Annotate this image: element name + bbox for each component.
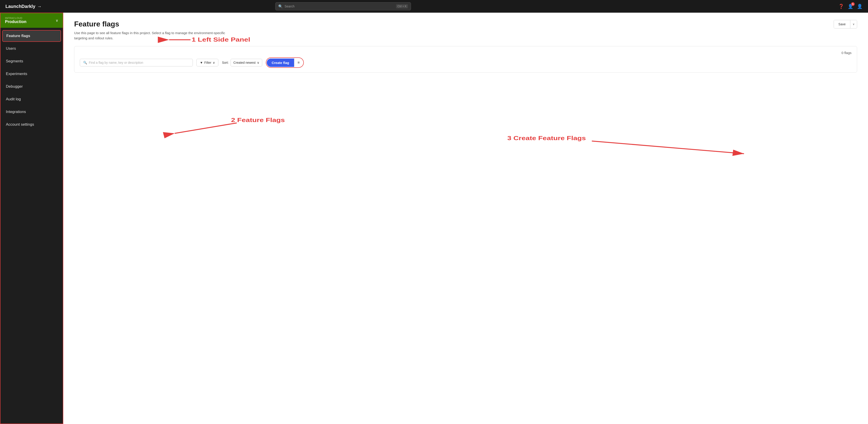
flags-toolbar: 0 flags 🔍 ▼ Filter ∨ Sort:	[74, 46, 857, 72]
main-content: Feature flags Use this page to see all f…	[63, 13, 868, 424]
sidebar-item-integrations[interactable]: Integrations	[0, 105, 63, 118]
filter-icon: ▼	[200, 61, 203, 64]
app-logo[interactable]: LaunchDarkly →	[5, 4, 60, 9]
filter-chevron-icon: ∨	[213, 61, 215, 64]
sidebar-audit-log-label: Audit log	[6, 97, 21, 101]
sort-chevron-icon: ∨	[257, 61, 259, 64]
logo-text: LaunchDarkly	[5, 4, 35, 9]
toolbar-controls: 🔍 ▼ Filter ∨ Sort: Created newest ∨	[80, 57, 851, 68]
flag-search-icon: 🔍	[83, 61, 87, 64]
sidebar-item-audit-log[interactable]: Audit log	[0, 93, 63, 105]
help-button[interactable]: ❓	[838, 4, 844, 9]
env-name: Production	[5, 20, 26, 24]
sidebar-account-settings-label: Account settings	[6, 122, 34, 127]
logo-arrow: →	[37, 4, 41, 9]
sidebar-item-account-settings[interactable]: Account settings	[0, 118, 63, 131]
sort-select[interactable]: Created newest ∨	[230, 59, 262, 66]
help-icon: ❓	[838, 4, 844, 9]
sidebar: INFRACLOUD Production ∨ Feature flags Us…	[0, 13, 63, 424]
sidebar-nav: Feature flags Users Segments Experiments…	[0, 28, 63, 424]
sidebar-segments-label: Segments	[6, 59, 23, 63]
save-button-group[interactable]: Save ∨	[834, 20, 857, 28]
sidebar-debugger-label: Debugger	[6, 84, 23, 89]
sidebar-item-experiments[interactable]: Experiments	[0, 68, 63, 80]
user-icon: 👤	[857, 4, 863, 9]
sort-value: Created newest	[234, 61, 256, 64]
sidebar-item-debugger[interactable]: Debugger	[0, 80, 63, 93]
env-label: INFRACLOUD	[5, 17, 26, 20]
save-chevron-button[interactable]: ∨	[850, 20, 857, 28]
page-title-section: Feature flags Use this page to see all f…	[74, 20, 232, 41]
user-menu[interactable]: 👤	[857, 4, 863, 9]
sort-label: Sort:	[222, 61, 229, 64]
sidebar-item-users[interactable]: Users	[0, 42, 63, 55]
content-inner: Feature flags Use this page to see all f…	[63, 13, 868, 80]
sidebar-feature-flags-label: Feature flags	[6, 34, 30, 38]
main-layout: INFRACLOUD Production ∨ Feature flags Us…	[0, 13, 868, 424]
page-description: Use this page to see all feature flags i…	[74, 31, 232, 41]
environment-selector[interactable]: INFRACLOUD Production ∨	[0, 13, 63, 28]
flag-search-wrap[interactable]: 🔍	[80, 59, 193, 66]
notification-badge: 5	[851, 2, 855, 6]
search-shortcut: Ctrl + K	[396, 4, 408, 8]
sidebar-item-segments[interactable]: Segments	[0, 55, 63, 68]
env-chevron-icon: ∨	[56, 18, 58, 23]
filter-button[interactable]: ▼ Filter ∨	[196, 59, 218, 66]
flags-count: 0 flags	[842, 51, 851, 55]
flag-search-input[interactable]	[89, 61, 189, 64]
global-search[interactable]: 🔍 Ctrl + K	[275, 2, 411, 10]
save-button[interactable]: Save	[834, 20, 850, 28]
page-header: Feature flags Use this page to see all f…	[74, 20, 857, 41]
flags-count-bar: 0 flags	[80, 51, 851, 55]
sidebar-integrations-label: Integrations	[6, 110, 26, 114]
filter-label: Filter	[204, 61, 211, 64]
search-icon: 🔍	[278, 4, 283, 8]
page-title: Feature flags	[74, 20, 232, 28]
sidebar-experiments-label: Experiments	[6, 72, 27, 76]
notifications-button[interactable]: 👤 5	[848, 4, 853, 9]
create-flag-button[interactable]: Create flag	[267, 59, 294, 67]
create-flag-group[interactable]: Create flag ≡	[266, 57, 304, 68]
sort-section: Sort: Created newest ∨	[222, 59, 262, 66]
sidebar-item-feature-flags[interactable]: Feature flags	[2, 30, 61, 42]
create-flag-menu-button[interactable]: ≡	[294, 58, 303, 67]
topbar-actions: ❓ 👤 5 👤	[838, 4, 863, 9]
search-input[interactable]	[285, 4, 395, 8]
topbar: LaunchDarkly → 🔍 Ctrl + K ❓ 👤 5 👤	[0, 0, 868, 13]
sidebar-users-label: Users	[6, 46, 16, 51]
